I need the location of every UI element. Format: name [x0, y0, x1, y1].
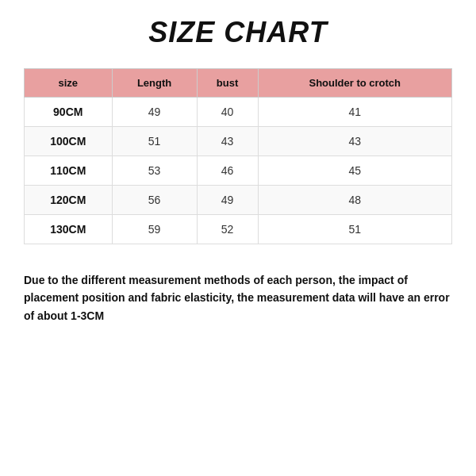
- table-row: 100CM514343: [25, 127, 452, 156]
- table-cell: 43: [197, 127, 258, 156]
- table-cell: 90CM: [25, 98, 113, 127]
- table-cell: 45: [258, 156, 451, 186]
- table-cell: 41: [258, 98, 451, 127]
- table-row: 110CM534645: [25, 156, 452, 186]
- col-header-length: Length: [112, 69, 197, 98]
- table-cell: 51: [112, 127, 197, 156]
- table-cell: 130CM: [25, 215, 113, 244]
- col-header-size: size: [25, 69, 113, 98]
- page-title: SIZE CHART: [148, 16, 327, 49]
- disclaimer-text: Due to the different measurement methods…: [24, 271, 452, 324]
- table-cell: 43: [258, 127, 451, 156]
- size-chart-table: size Length bust Shoulder to crotch 90CM…: [24, 68, 452, 244]
- table-cell: 40: [197, 98, 258, 127]
- table-cell: 52: [197, 215, 258, 244]
- table-cell: 49: [197, 186, 258, 215]
- table-cell: 53: [112, 156, 197, 186]
- header-row: size Length bust Shoulder to crotch: [25, 69, 452, 98]
- table-header: size Length bust Shoulder to crotch: [25, 69, 452, 98]
- table-cell: 120CM: [25, 186, 113, 215]
- table-cell: 100CM: [25, 127, 113, 156]
- table-cell: 48: [258, 186, 451, 215]
- table-cell: 46: [197, 156, 258, 186]
- table-cell: 110CM: [25, 156, 113, 186]
- table-cell: 51: [258, 215, 451, 244]
- col-header-bust: bust: [197, 69, 258, 98]
- table-cell: 56: [112, 186, 197, 215]
- table-row: 120CM564948: [25, 186, 452, 215]
- table-cell: 59: [112, 215, 197, 244]
- table-row: 90CM494041: [25, 98, 452, 127]
- col-header-shoulder-crotch: Shoulder to crotch: [258, 69, 451, 98]
- table-cell: 49: [112, 98, 197, 127]
- table-body: 90CM494041100CM514343110CM534645120CM564…: [25, 98, 452, 244]
- table-row: 130CM595251: [25, 215, 452, 244]
